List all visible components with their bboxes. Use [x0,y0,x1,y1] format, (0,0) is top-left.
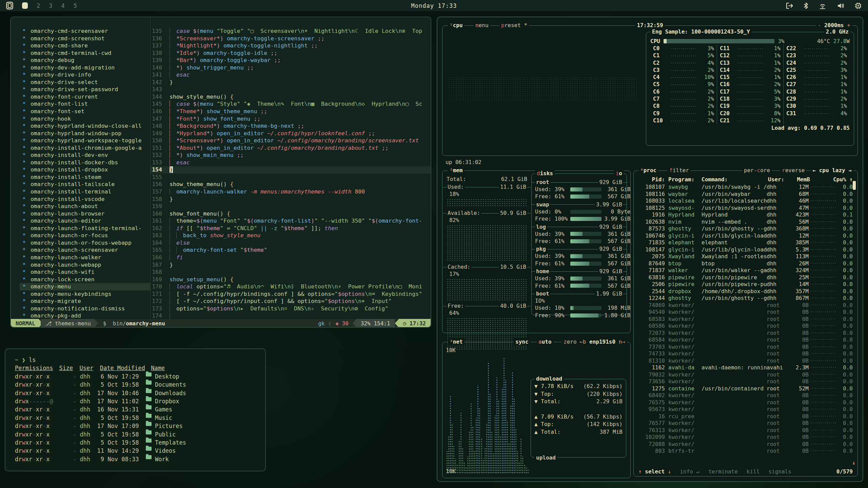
proc-row[interactable]: 87573ghostty/usr/bin/ghostty --gtk-dhh36… [638,225,853,232]
chip-icon[interactable] [854,2,862,9]
proc-row[interactable]: 63816pipewire/usr/bin/pipewiredhh25M0.0 [638,274,853,281]
proc-row[interactable]: 74733kworker/root0B0.0 [638,350,853,358]
proc-row[interactable]: 68586kworker/root0B0.0 [638,323,853,330]
code-line[interactable]: 149▏ *Hyprland*) open_in_editor ~/.confi… [151,130,431,137]
workspace-5[interactable]: 5 [74,2,77,9]
file-row[interactable]: *omarchy-menu [20,283,150,290]
code-line[interactable]: 169show_setup_menu() { [151,276,431,283]
kill-action[interactable]: kill [747,468,760,475]
file-row[interactable]: *omarchy-launch-or-focus-webapp [20,239,150,247]
code-line[interactable]: 171▏ [ -f ~/.config/hypr/bindings.conf ]… [151,290,431,298]
proc-row[interactable]: 68584kworker/root0B0.0 [638,337,853,344]
file-row[interactable]: *omarchy-install-dev-env [20,151,150,159]
proc-row[interactable]: 87649btopbtopdhh26M0.0 [638,260,853,267]
clock[interactable]: Monday 17:33 [411,2,457,9]
file-row[interactable]: *omarchy-drive-info [20,71,150,79]
workspace-1-active[interactable] [22,2,28,9]
proc-row[interactable]: 803btrfs-trroot0B0.0 [638,448,853,455]
mem-tab[interactable]: ²mem [448,167,465,174]
code-line[interactable]: 150▏ *Screensaver*) open_in_editor ~/.co… [151,137,431,144]
code-line[interactable]: 157▏ omarchy-launch-walker -m menus:omar… [151,188,431,196]
proc-row[interactable]: 108125swayosd-/usr/bin/swayosd-serverdhh… [638,205,853,212]
code-line[interactable]: 156show_theme_menu() { [151,181,431,188]
code-line[interactable]: 142} [151,79,431,86]
code-line[interactable]: 173▏ options="$options\n▸ Defaults\n⌗ DN… [151,305,431,312]
code-line[interactable]: 148▏ *Background*) omarchy-theme-bg-next… [151,122,431,130]
io-tab[interactable]: io [614,170,624,177]
code-line[interactable]: 155 [151,174,431,181]
code-line[interactable]: 143 [151,86,431,93]
proc-row[interactable]: 108107swaybg/usr/bin/swaybg -i /homdhh12… [638,184,853,191]
code-line[interactable]: 167} [151,261,431,269]
code-line[interactable]: 160show_font_menu() { [151,210,431,218]
interface-selector[interactable]: ←b enp191s0 n→ [578,339,627,345]
proc-row[interactable]: 72088kworker/root0B0.0 [638,441,853,448]
proc-row[interactable]: 68583kworker/root0B0.0 [638,316,853,323]
proc-row[interactable]: 79032kworker/root0B0.0 [638,371,853,379]
proc-row[interactable]: 1916HyprlandHyprlanddhh423M0.1 [638,211,853,219]
proc-row[interactable]: 1162avahi-daavahi-daemon: running [avahi… [638,364,853,371]
file-row[interactable]: *omarchy-launch-editor [20,217,150,225]
proc-scrollbar[interactable] [853,181,856,190]
file-row[interactable]: *omarchy-install-steam [20,174,150,181]
refresh-rate[interactable]: - 2000ms + [816,22,852,28]
file-row[interactable]: *omarchy-pkg-add [20,312,150,319]
volume-icon[interactable] [837,2,844,9]
file-row[interactable]: *omarchy-launch-or-focus [20,232,150,239]
per-core-tab[interactable]: per-core [742,167,772,174]
code-line[interactable]: 152▏ *) show_main_menu ;; [151,151,431,159]
code-line[interactable]: 151▏ *About*) open_in_editor ~/.config/o… [151,144,431,152]
code-line[interactable]: 159 [151,203,431,210]
file-row[interactable]: *omarchy-lock-screen [20,276,150,283]
proc-row[interactable]: 94540kworker/root0B0.0 [638,309,853,316]
proc-tab[interactable]: ⁴proc [638,167,658,174]
file-row[interactable]: *omarchy-hyprland-window-pop [20,130,150,137]
terminate-action[interactable]: terminate [708,468,738,475]
file-row[interactable]: *omarchy-install-dropbox [20,166,150,174]
file-row[interactable]: *omarchy-install-vscode [20,196,150,203]
proc-row[interactable]: 108116waybar/usr/bin/waybardhh68M0.0 [638,191,853,198]
terminal-window[interactable]: ~ ❯ lsPermissionsSizeUserDate ModifiedNa… [5,348,266,471]
proc-row[interactable]: 2544dropbox/home/dhh/.dropbox-distdhh357… [638,288,853,295]
file-row[interactable]: *omarchy-hook [20,115,150,123]
code-line[interactable]: 168 [151,268,431,276]
logout-icon[interactable] [786,2,793,9]
code-line[interactable]: 147▏ *Font*) show_font_menu ;; [151,115,431,123]
file-row[interactable]: *omarchy-drive-set-password [20,86,150,93]
code-line[interactable]: 162▏ if [[ "$theme" = "CNCLD" || -z "$th… [151,225,431,232]
proc-row[interactable]: 108033localsea/usr/lib/localsearch-exdhh… [638,198,853,205]
proc-row[interactable]: 71837walker/usr/bin/walker --gappldhh324… [638,267,853,274]
sort-selector[interactable]: ← cpu lazy → [811,167,853,174]
file-row[interactable]: *omarchy-hyprland-workspace-toggle [20,137,150,144]
code-line[interactable]: 145▏ case $(menu "Style" "◈ Theme\n✎ Fon… [151,100,431,108]
cpu-tab[interactable]: ¹cpu [448,22,465,28]
sync-tab[interactable]: sync [514,339,530,345]
file-row[interactable]: *omarchy-launch-floating-terminal- [20,225,150,232]
code-line[interactable]: 170▏ local options="♬ Audio\n◠ Wifi\nᛒ B… [151,283,431,290]
file-row[interactable]: *omarchy-font-list [20,100,150,108]
apps-icon[interactable] [6,2,13,9]
proc-row[interactable]: 76577kworker/root0B0.0 [638,420,853,427]
proc-row[interactable]: 102638nvimnvim --embed .dhh56M0.0 [638,219,853,226]
code-line[interactable]: 153▏ esac [151,159,431,166]
file-row[interactable]: *omarchy-cmd-screenshot [20,35,150,42]
file-row[interactable]: *omarchy-debug [20,57,150,64]
file-row[interactable]: *omarchy-install-terminal [20,188,150,196]
code-line[interactable]: 135▏ case $(menu "Toggle" "▢ Screensaver… [151,27,431,35]
code-line[interactable]: 139▏ *Bar*) omarchy-toggle-waybar ;; [151,57,431,64]
file-row[interactable]: *omarchy-install-docker-dbs [20,159,150,166]
file-row[interactable]: *omarchy-install-tailscale [20,181,150,188]
proc-row[interactable]: 95673kworker/root0B0.0 [638,406,853,413]
code-area[interactable]: 135▏ case $(menu "Toggle" "▢ Screensaver… [151,17,431,319]
code-line[interactable]: 161▏ theme=$(menu "Font" "$(omarchy-font… [151,217,431,225]
file-row[interactable]: *omarchy-launch-walker [20,254,150,261]
proc-row[interactable]: 102099kworker/root0B0.0 [638,434,853,441]
code-line[interactable]: 172▏ [ -f ~/.config/hypr/input.conf ] &&… [151,298,431,305]
code-line[interactable]: 158} [151,196,431,203]
reverse-tab[interactable]: reverse [780,167,806,174]
proc-row[interactable]: 81310kworker/root0B0.0 [638,358,853,365]
code-line[interactable]: 141▏ esac [151,71,431,79]
file-row[interactable]: *omarchy-launch-screensaver [20,246,150,254]
file-row[interactable]: *omarchy-launch-wifi [20,268,150,276]
file-row[interactable]: *omarchy-hyprland-window-close-all [20,122,150,130]
